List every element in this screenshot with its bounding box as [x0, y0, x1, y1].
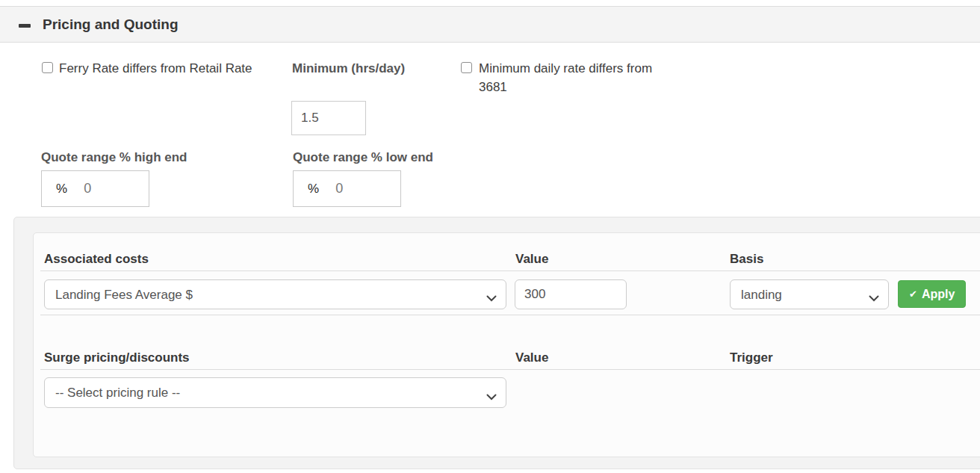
quote-range-low-input[interactable] — [335, 181, 388, 197]
section-title: Pricing and Quoting — [43, 7, 179, 42]
apply-button-label: Apply — [922, 288, 955, 301]
quote-range-high-group: % — [41, 170, 149, 207]
costs-card: Associated costs Value Basis Landing Fee… — [33, 232, 980, 457]
minimum-hrs-label: Minimum (hrs/day) — [292, 61, 405, 76]
check-icon: ✔ — [909, 288, 917, 300]
basis-header: Basis — [730, 251, 763, 267]
percent-prefix: % — [42, 182, 67, 197]
quote-range-high-label: Quote range % high end — [41, 149, 187, 165]
percent-prefix: % — [294, 182, 319, 197]
basis-select[interactable]: landing — [730, 279, 889, 309]
pricing-rule-select-wrap: -- Select pricing rule -- — [44, 377, 506, 408]
surge-pricing-header: Surge pricing/discounts — [44, 350, 190, 365]
ferry-rate-checkbox[interactable] — [42, 62, 53, 73]
collapse-section-icon[interactable] — [19, 24, 31, 28]
pricing-rule-select[interactable]: -- Select pricing rule -- — [44, 377, 506, 408]
minimum-hrs-input[interactable] — [291, 101, 366, 135]
apply-button[interactable]: ✔ Apply — [898, 280, 966, 308]
associated-cost-select-wrap: Landing Fees Average $ — [44, 279, 506, 309]
associated-cost-select[interactable]: Landing Fees Average $ — [44, 279, 506, 309]
cost-value-input[interactable] — [515, 279, 627, 309]
divider — [40, 369, 980, 370]
costs-panel: Associated costs Value Basis Landing Fee… — [13, 217, 980, 469]
associated-costs-header: Associated costs — [44, 251, 149, 267]
quote-range-low-label: Quote range % low end — [293, 149, 433, 165]
divider — [40, 315, 980, 315]
quote-range-low-group: % — [293, 170, 401, 207]
section-header-bar: Pricing and Quoting — [0, 6, 980, 43]
divider — [40, 270, 980, 271]
pricing-quoting-page: Pricing and Quoting Ferry Rate differs f… — [0, 0, 980, 473]
min-daily-rate-checkbox-label: Minimum daily rate differs from 3681 — [479, 59, 667, 96]
surge-trigger-header: Trigger — [730, 350, 773, 365]
min-daily-rate-checkbox[interactable] — [461, 62, 472, 73]
basis-select-wrap: landing — [730, 279, 889, 309]
quote-range-high-input[interactable] — [84, 181, 136, 197]
surge-value-header: Value — [515, 350, 548, 365]
value-header: Value — [515, 251, 548, 267]
ferry-rate-checkbox-label: Ferry Rate differs from Retail Rate — [59, 59, 252, 78]
